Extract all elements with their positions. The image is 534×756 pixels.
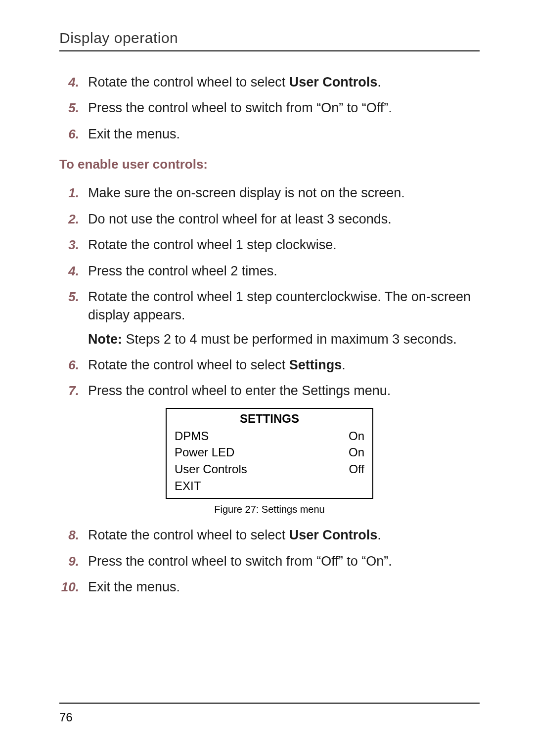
list-number: 5. — [59, 289, 88, 305]
list-item: 4. Rotate the control wheel to select Us… — [59, 73, 480, 91]
settings-panel: SETTINGS DPMS On Power LED On User Contr… — [166, 408, 373, 499]
settings-value: On — [349, 428, 364, 445]
list-item: 2. Do not use the control wheel for at l… — [59, 210, 480, 228]
settings-label: User Controls — [175, 461, 247, 478]
list-number: 3. — [59, 237, 88, 253]
list-number: 6. — [59, 127, 88, 142]
list-number: 1. — [59, 185, 88, 201]
figure-caption: Figure 27: Settings menu — [59, 504, 480, 515]
footer-rule — [59, 703, 480, 704]
list-number: 10. — [59, 579, 88, 595]
list-text: Rotate the control wheel to select Setti… — [88, 356, 346, 374]
settings-value: Off — [349, 461, 364, 478]
text-fragment: Rotate the control wheel to select — [88, 528, 289, 542]
settings-row: User Controls Off — [175, 461, 364, 478]
settings-label: Power LED — [175, 444, 234, 461]
note-text: Steps 2 to 4 must be performed in maximu… — [122, 332, 457, 347]
list-text: Press the control wheel to enter the Set… — [88, 382, 391, 400]
list-text: Rotate the control wheel 1 step counterc… — [88, 288, 480, 324]
page-number: 76 — [59, 711, 480, 724]
list-number: 2. — [59, 212, 88, 227]
settings-label: DPMS — [175, 428, 209, 445]
list-text: Do not use the control wheel for at leas… — [88, 210, 392, 228]
list-number: 8. — [59, 528, 88, 543]
list-item: 10. Exit the menus. — [59, 578, 480, 596]
list-item: 1. Make sure the on-screen display is no… — [59, 184, 480, 202]
settings-label: EXIT — [175, 478, 201, 494]
section-subhead: To enable user controls: — [59, 157, 480, 172]
list-item: 8. Rotate the control wheel to select Us… — [59, 526, 480, 544]
settings-row: Power LED On — [175, 444, 364, 461]
list-text: Exit the menus. — [88, 578, 180, 596]
list-number: 9. — [59, 554, 88, 569]
bold-text: User Controls — [289, 75, 378, 89]
list-item: 7. Press the control wheel to enter the … — [59, 382, 480, 400]
list-item: 5. Rotate the control wheel 1 step count… — [59, 288, 480, 324]
list-item: 3. Rotate the control wheel 1 step clock… — [59, 236, 480, 254]
bold-text: Settings — [289, 357, 342, 372]
page-header: Display operation — [59, 30, 480, 46]
list-item: 4. Press the control wheel 2 times. — [59, 262, 480, 280]
list-text: Exit the menus. — [88, 125, 180, 143]
list-item: 5. Press the control wheel to switch fro… — [59, 99, 480, 117]
list-text: Make sure the on-screen display is not o… — [88, 184, 405, 202]
list-number: 6. — [59, 357, 88, 373]
header-rule — [59, 50, 480, 51]
text-fragment: . — [377, 75, 381, 89]
text-fragment: . — [342, 357, 346, 372]
list-text: Press the control wheel 2 times. — [88, 262, 277, 280]
text-fragment: Rotate the control wheel to select — [88, 75, 289, 89]
list-text: Rotate the control wheel to select User … — [88, 73, 381, 91]
list-text: Rotate the control wheel 1 step clockwis… — [88, 236, 337, 254]
list-text: Press the control wheel to switch from “… — [88, 99, 392, 117]
list-item: 9. Press the control wheel to switch fro… — [59, 552, 480, 570]
list-number: 7. — [59, 383, 88, 399]
list-text: Rotate the control wheel to select User … — [88, 526, 381, 544]
settings-row: DPMS On — [175, 428, 364, 445]
settings-row: EXIT — [175, 478, 364, 494]
list-number: 4. — [59, 264, 88, 279]
list-item: 6. Exit the menus. — [59, 125, 480, 143]
note-label: Note: — [88, 332, 122, 347]
text-fragment: Rotate the control wheel to select — [88, 357, 289, 372]
list-text: Press the control wheel to switch from “… — [88, 552, 392, 570]
list-number: 5. — [59, 100, 88, 116]
text-fragment: . — [377, 528, 381, 542]
list-item: 6. Rotate the control wheel to select Se… — [59, 356, 480, 374]
list-number: 4. — [59, 75, 88, 90]
bold-text: User Controls — [289, 528, 378, 542]
note-line: Note: Steps 2 to 4 must be performed in … — [88, 332, 480, 347]
page-footer: 76 — [59, 703, 480, 724]
settings-value: On — [349, 444, 364, 461]
settings-title: SETTINGS — [175, 412, 364, 426]
